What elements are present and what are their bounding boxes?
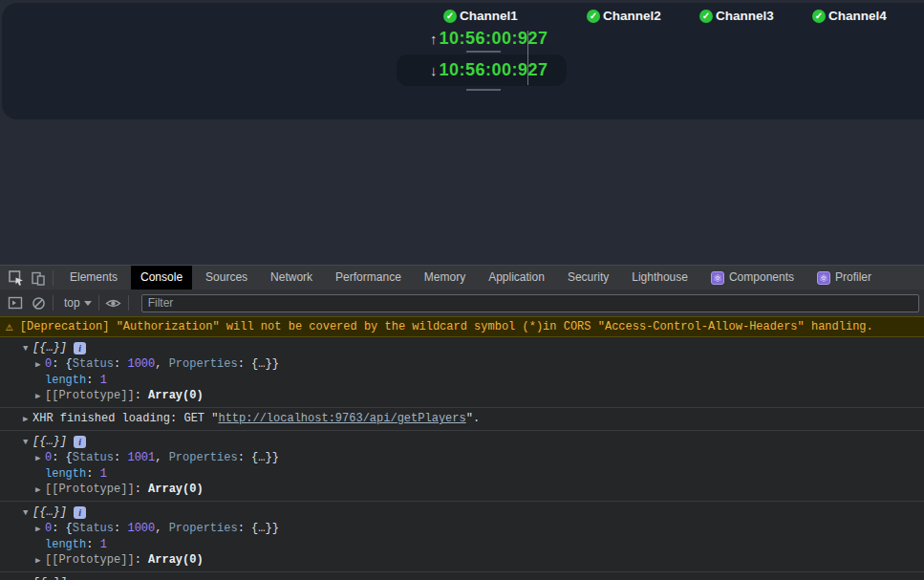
tab-profiler[interactable]: ⚛Profiler (807, 266, 881, 290)
console-row: ▶[{…}] (0, 575, 924, 580)
console-text: , (155, 451, 168, 464)
console-row: ▶[[Prototype]]: Array(0) (0, 482, 924, 498)
channel-4[interactable]: ✓Channel4 (812, 9, 887, 23)
info-badge-icon: i (74, 342, 86, 354)
console-row: ▶XHR finished loading: GET "http://local… (0, 411, 924, 427)
tab-label: Performance (335, 266, 401, 290)
console-text: [[Prototype]] (45, 553, 135, 567)
console-text: [[Prototype]] (45, 483, 135, 496)
tab-memory[interactable]: Memory (415, 266, 475, 290)
console-row: ▶0: {Status: 1001, Properties: {…}} (0, 450, 924, 466)
console-text: Array(0) (148, 389, 204, 402)
console-text: : (114, 522, 127, 535)
info-badge-icon: i (74, 506, 86, 519)
console-text: : (135, 483, 148, 496)
console-text: ". (466, 412, 480, 425)
console-entry: ▶[{…}] (0, 571, 924, 580)
caret-collapsed-icon[interactable]: ▶ (35, 451, 45, 466)
tab-sources[interactable]: Sources (196, 266, 257, 290)
console-text: : {…}} (238, 357, 279, 371)
console-row: ▼[{…}]i (0, 434, 924, 450)
console-text: : { (52, 522, 73, 535)
context-selector[interactable]: top (64, 296, 92, 310)
console-row: length: 1 (0, 373, 924, 388)
caret-collapsed-icon[interactable]: ▶ (23, 412, 32, 427)
live-expression-eye-icon[interactable] (102, 291, 125, 315)
console-text: : (135, 389, 148, 402)
console-entry: ▼[{…}]i▶0: {Status: 1000, Properties: {…… (0, 501, 924, 571)
console-link[interactable]: http://localhost:9763/api/getPlayers (218, 412, 465, 425)
console-row: ▼[{…}]i (0, 505, 924, 521)
console-row: ▶[[Prototype]]: Array(0) (0, 552, 924, 569)
caret-collapsed-icon[interactable]: ▶ (35, 483, 45, 498)
channel-1[interactable]: ✓Channel1 (443, 9, 518, 23)
caret-expanded-icon[interactable]: ▼ (23, 341, 32, 356)
timeline-cursor-line (527, 31, 528, 85)
tab-label: Security (568, 266, 609, 290)
warning-triangle-icon: ⚠ (6, 321, 13, 333)
console-text: Array(0) (148, 483, 204, 496)
console-text: : (135, 553, 148, 567)
channel-label: Channel4 (828, 9, 887, 23)
cursor-tooltip: ↓ 10:56:00:927 (397, 54, 567, 86)
clear-console-icon[interactable] (27, 291, 50, 315)
channel-3[interactable]: ✓Channel3 (699, 9, 774, 23)
arrow-down-icon: ↓ (430, 62, 438, 78)
console-text: 1000 (127, 522, 155, 535)
console-row: ▶0: {Status: 1000, Properties: {…}} (0, 356, 924, 373)
caret-collapsed-icon[interactable]: ▶ (35, 522, 45, 537)
caret-collapsed-icon[interactable]: ▶ (23, 576, 32, 580)
divider (53, 270, 54, 286)
divider (53, 295, 54, 311)
caret-collapsed-icon[interactable]: ▶ (35, 389, 45, 404)
time-down-value: 10:56:00:927 (440, 60, 548, 80)
channel-label: Channel1 (460, 9, 518, 23)
console-text: 1 (100, 374, 107, 387)
console-text: 1001 (127, 451, 155, 464)
tab-label: Elements (70, 266, 118, 290)
tab-lighthouse[interactable]: Lighthouse (622, 266, 698, 290)
tab-performance[interactable]: Performance (326, 266, 411, 290)
console-entry: ▶XHR finished loading: GET "http://local… (0, 407, 924, 430)
tab-label: Network (270, 266, 312, 290)
tab-application[interactable]: Application (479, 266, 554, 290)
console-text: : (86, 538, 99, 551)
tab-security[interactable]: Security (558, 266, 618, 290)
console-text: : {…}} (238, 451, 279, 464)
warning-text: [Deprecation] "Authorization" will not b… (20, 320, 873, 333)
context-label: top (64, 296, 80, 310)
channel-2[interactable]: ✓Channel2 (587, 9, 661, 23)
console-text: length (45, 538, 86, 551)
console-text: 1 (100, 467, 107, 481)
tab-elements[interactable]: Elements (60, 266, 127, 290)
console-sidebar-icon[interactable] (4, 291, 27, 315)
console-text: : {…}} (238, 522, 279, 535)
tab-label: Memory (424, 266, 465, 290)
cursor-time-up: ↑ 10:56:00:927 (430, 29, 548, 49)
caret-expanded-icon[interactable]: ▼ (23, 505, 32, 521)
tab-label: Console (140, 266, 183, 290)
deprecation-warning: ⚠ [Deprecation] "Authorization" will not… (0, 316, 924, 337)
console-entry: ▼[{…}]i▶0: {Status: 1001, Properties: {…… (0, 430, 924, 501)
console-row: length: 1 (0, 537, 924, 552)
divider (98, 295, 99, 311)
console-row: ▶[[Prototype]]: Array(0) (0, 388, 924, 404)
console-text: : (114, 357, 127, 371)
check-icon: ✓ (699, 10, 713, 23)
console-log: ▼[{…}]i▶0: {Status: 1000, Properties: {…… (0, 337, 924, 580)
console-text: Status (73, 522, 114, 535)
caret-collapsed-icon[interactable]: ▶ (35, 357, 45, 373)
caret-collapsed-icon[interactable]: ▶ (35, 553, 45, 569)
screen: ✓Channel1✓Channel2✓Channel3✓Channel4 ↑ 1… (0, 0, 924, 580)
console-row: length: 1 (0, 466, 924, 482)
tab-network[interactable]: Network (261, 266, 322, 290)
filter-input[interactable] (141, 294, 919, 312)
inspect-element-icon[interactable] (4, 266, 27, 290)
check-icon: ✓ (812, 10, 826, 23)
device-toolbar-icon[interactable] (27, 266, 50, 290)
tab-console[interactable]: Console (131, 266, 192, 290)
console-text: , (155, 522, 168, 535)
tab-components[interactable]: ⚛Components (701, 266, 804, 290)
caret-expanded-icon[interactable]: ▼ (23, 435, 32, 450)
console-text: length (45, 374, 86, 387)
